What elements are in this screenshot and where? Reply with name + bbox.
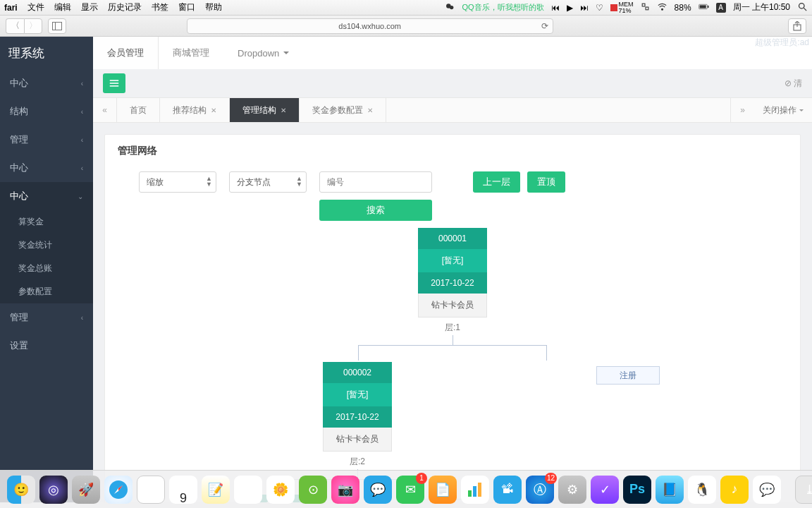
clear-link[interactable]: ⊘ 清 (785, 78, 802, 90)
finder-icon[interactable]: 🙂 (7, 476, 35, 504)
settings-icon[interactable]: ⚙︎ (558, 476, 586, 504)
qq-icon[interactable]: 🐧 (688, 476, 716, 504)
photo-booth-icon[interactable]: 📷 (331, 476, 359, 504)
text-input-icon[interactable]: A (716, 3, 726, 13)
prev-track-icon[interactable]: ⏮ (551, 3, 560, 13)
branch-select[interactable]: 分支节点 ▲▼ (229, 171, 307, 193)
close-icon[interactable]: ✕ (367, 107, 373, 114)
forward-button[interactable]: 〉 (24, 18, 42, 34)
search-input[interactable] (319, 171, 432, 193)
share-button[interactable] (788, 18, 806, 34)
reload-icon[interactable]: ⟳ (541, 21, 548, 31)
sidebar-item-6[interactable]: 设置 (0, 332, 93, 360)
sidebar-toggle-button[interactable] (48, 18, 66, 34)
launchpad-icon[interactable]: 🚀 (72, 476, 100, 504)
address-bar[interactable]: ds104.wxhuo.com ⟳ (187, 18, 553, 34)
chat-icon[interactable]: 💬 (364, 476, 392, 504)
messages-icon[interactable]: ✉︎1 (396, 476, 424, 504)
downloads-icon[interactable]: ⤓ (795, 476, 812, 504)
admin-label[interactable]: 超级管理员:ad (755, 37, 812, 69)
tabs-scroll-left[interactable]: « (93, 98, 117, 122)
siri-icon[interactable]: ◎ (39, 476, 68, 504)
up-level-button[interactable]: 上一层 (473, 171, 520, 193)
next-track-icon[interactable]: ⏭ (580, 3, 589, 13)
keynote-icon[interactable]: 📽 (493, 476, 522, 504)
search-button[interactable]: 搜索 (319, 200, 432, 221)
sidebar-item-4[interactable]: 中心⌄ (0, 182, 93, 210)
spotlight-icon[interactable] (797, 1, 808, 14)
notes-icon[interactable]: 📝 (202, 476, 230, 504)
heart-icon[interactable]: ♡ (596, 3, 603, 13)
appstore-icon[interactable]: Ⓐ12 (526, 476, 554, 504)
pages-icon[interactable]: 📄 (429, 476, 457, 504)
back-button[interactable]: 〈 (6, 18, 24, 34)
sidebar-sub-0[interactable]: 算奖金 (0, 210, 93, 234)
sidebar-sub-2[interactable]: 奖金总账 (0, 257, 93, 280)
svg-point-1 (450, 5, 453, 8)
menu-help[interactable]: 帮助 (205, 1, 222, 13)
sidebar-item-5[interactable]: 管理‹ (0, 303, 93, 332)
page-tab-manage[interactable]: 管理结构✕ (230, 98, 300, 122)
svg-point-4 (661, 8, 663, 10)
node-level: 层:1 (418, 318, 487, 335)
photoshop-icon[interactable]: Ps (623, 476, 651, 504)
page-tab-home[interactable]: 首页 (117, 98, 160, 122)
register-button[interactable]: 注册 (596, 366, 660, 385)
sidebar-collapse-button[interactable] (103, 73, 125, 93)
wifi-icon[interactable] (657, 1, 668, 14)
menu-view[interactable]: 显示 (81, 1, 98, 13)
menu-window[interactable]: 窗口 (178, 1, 195, 13)
memory-indicator[interactable]: MEM71% (610, 1, 634, 14)
books-icon[interactable]: 📘 (656, 476, 684, 504)
sidebar-item-1[interactable]: 结构‹ (0, 97, 93, 126)
music-ticker[interactable]: QQ音乐，听我想听的歌 (462, 2, 543, 13)
app-topnav: 理系统 会员管理 商城管理 Dropdown 超级管理员:ad (0, 37, 812, 69)
calendar-icon[interactable]: 周一9 (169, 476, 197, 504)
chevron-left-icon: ‹ (81, 108, 83, 116)
play-icon[interactable]: ▶ (567, 3, 573, 13)
reminders-icon[interactable]: ☑︎ (234, 476, 262, 504)
todo-icon[interactable]: ✓ (591, 476, 619, 504)
wechat-status-icon[interactable] (445, 2, 455, 13)
camtasia-icon[interactable]: ⊙ (299, 476, 327, 504)
sidebar-submenu: 算奖金 奖金统计 奖金总账 参数配置 (0, 210, 93, 303)
tree-node-2[interactable]: 000002 [暂无] 2017-10-22 钻卡卡会员 层:2 (323, 362, 392, 469)
to-top-button[interactable]: 置顶 (527, 171, 565, 193)
tree-node-1[interactable]: 000001 [暂无] 2017-10-22 钻卡卡会员 层:1 (418, 228, 487, 335)
topnav-tab-mall[interactable]: 商城管理 (159, 37, 223, 69)
sidebar-sub-3[interactable]: 参数配置 (0, 280, 93, 303)
tabs-scroll-right[interactable]: » (730, 98, 754, 122)
node-type: 钻卡卡会员 (323, 428, 392, 452)
menu-bookmarks[interactable]: 书签 (152, 1, 168, 13)
numbers-icon[interactable] (461, 476, 489, 504)
sidebar-item-3[interactable]: 中心‹ (0, 154, 93, 182)
sidebar-sub-1[interactable]: 奖金统计 (0, 234, 93, 257)
close-icon[interactable]: ✕ (211, 107, 216, 114)
zoom-select[interactable]: 缩放 ▲▼ (139, 171, 216, 193)
page-tab-bonus-config[interactable]: 奖金参数配置✕ (300, 98, 386, 122)
mac-menubar: fari 文件 编辑 显示 历史记录 书签 窗口 帮助 QQ音乐，听我想听的歌 … (0, 0, 812, 16)
safari-icon[interactable] (104, 476, 133, 504)
qqmusic-icon[interactable]: ♪ (720, 476, 749, 504)
menu-app-name[interactable]: fari (4, 3, 18, 13)
sync-icon[interactable] (641, 2, 650, 13)
photos-icon[interactable]: 🌼 (266, 476, 295, 504)
topnav-tab-members[interactable]: 会员管理 (93, 37, 159, 69)
page-tab-recommend[interactable]: 推荐结构✕ (160, 98, 230, 122)
wechat-icon[interactable]: 💬 (753, 476, 781, 504)
preview-icon[interactable]: 🖼 (137, 476, 165, 504)
menu-history[interactable]: 历史记录 (108, 1, 142, 13)
node-date: 2017-10-22 (323, 406, 392, 428)
close-icon[interactable]: ✕ (281, 107, 286, 114)
menu-edit[interactable]: 编辑 (54, 1, 71, 13)
sidebar-item-2[interactable]: 管理‹ (0, 126, 93, 154)
svg-rect-6 (699, 5, 706, 8)
svg-rect-10 (53, 22, 62, 30)
sidebar-item-0[interactable]: 中心‹ (0, 69, 93, 97)
menu-file[interactable]: 文件 (27, 1, 44, 13)
close-operations-dropdown[interactable]: 关闭操作 (754, 98, 812, 122)
topnav-tab-dropdown[interactable]: Dropdown (223, 37, 303, 69)
node-name: [暂无] (418, 249, 487, 272)
clock[interactable]: 周一 上午10:50 (733, 1, 790, 13)
battery-icon[interactable] (699, 1, 709, 14)
